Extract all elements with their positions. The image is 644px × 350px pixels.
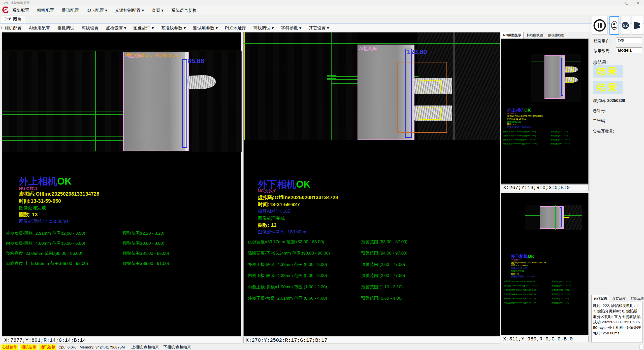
tab-settings-log[interactable]: 设置日志 — [610, 295, 627, 302]
measurement: 正极宽度=83.77mm 范围:(82.00 - 88.00) — [248, 239, 324, 245]
ng-count: NG次数:0 — [258, 188, 276, 194]
measure-line — [2, 136, 124, 137]
maximize-button[interactable]: ▢ — [621, 1, 632, 5]
toolbar-grip[interactable] — [1, 25, 2, 31]
tool-plc-address-lib[interactable]: PLC地址库 — [225, 25, 246, 31]
tab-run-log[interactable]: 运行日志 — [591, 295, 609, 302]
mini-measurement-warn: 预警范围:(2.00 - 77.00) — [552, 289, 570, 291]
measure-line — [2, 114, 124, 115]
tool-offline-settings[interactable]: 离线设置 — [81, 25, 99, 31]
process-done: 图像处理完成 — [258, 215, 285, 221]
ng-preview-upper[interactable]: 外上相机OK NG次数:1 虚拟码:Offline202502081331347… — [501, 39, 589, 184]
tool-camera-debug[interactable]: 相机调试 — [57, 25, 74, 31]
ng-preview-lower[interactable]: 外下相机OK NG次数:0 虚拟码:Offline202502081331347… — [501, 193, 589, 335]
threshold-label: 平均阈值:93, 动态阈值:100 — [126, 52, 180, 58]
logout-button[interactable] — [632, 16, 643, 35]
menu-comm-config[interactable]: 通讯配置 — [62, 8, 79, 13]
mini-result-ok: OK — [524, 108, 531, 113]
measurement-warn: 预警范围:(1.10 - 2.10) — [361, 284, 403, 290]
ai-box-label: AI检测框 — [359, 46, 377, 52]
mini-process-elapsed: 图像处理耗时: 258.00ms — [507, 126, 532, 129]
mini-measurement-warn: 预警范围:(83.00 - 87.00) — [552, 280, 571, 283]
result-text: 结果 — [597, 65, 619, 78]
measurement-warn: 预警范围:(2.20 - 3.20) — [123, 230, 164, 236]
mini-measurement: 正极宽度=83.77mm 范围:(82.00 - 88.00) — [504, 280, 535, 283]
coord-readout: X:270;Y:2502;R:17;G:17;B:17 — [246, 337, 327, 343]
log-text-area[interactable]: 耗时: 222, 缺陷检测耗时: 17, 缺陷分类耗时: 0, 缺陷提取分区耗时… — [591, 302, 643, 342]
lower-camera-coord-bar: X:270;Y:2502;R:17;G:17;B:17 — [243, 337, 500, 343]
process-elapsed: 图像处理耗时: 183.00ms — [258, 229, 307, 235]
tool-test-item-params[interactable]: 测试项参数 ▾ — [193, 25, 218, 31]
menu-bar: 系统配置 相机配置 通讯配置 IO卡配置 ▾ 光源控制配置 ▾ 查看 ▾ 系统语… — [0, 6, 644, 15]
status-bar: 心跳信号 相机连接 通讯连接 Cpu: 0.0% Memory: 3424.41… — [0, 344, 644, 350]
tab-data-curve[interactable]: 数据曲线图 — [546, 32, 566, 39]
tool-other-settings[interactable]: 其它设置 ▾ — [309, 25, 329, 31]
tool-ai-usage-config[interactable]: AI使用配置 — [29, 25, 50, 31]
camera-result-ok: OK — [296, 179, 310, 190]
mini-measurement-warn: 预警范围:(94.00 - 97.00) — [552, 285, 571, 287]
vcode-value: 20250208 — [607, 98, 625, 103]
upper-camera-check-status: 上相机:点检结束 — [131, 345, 159, 349]
coord-readout: X:267;Y:13;R:0;G:0;B:0 — [503, 185, 570, 191]
mini-measurement: 外侧正极-负极=2.61mm 范围:(0.60 - 4.00) — [504, 302, 536, 304]
tool-char-params[interactable]: 字符参数 ▾ — [281, 25, 301, 31]
measurement: 隔膜宽度-上=90.56mm 范围:(88.00 - 92.00) — [6, 261, 88, 266]
reference-vertical-line — [331, 32, 332, 140]
measurement-warn: 预警范围:(2.00 - 77.00) — [361, 262, 405, 267]
blue-detect-rect — [182, 59, 187, 148]
tab-count-label: 负极耳数量: — [593, 129, 614, 134]
mini-measurement: 负极宽度=83.05mm 范围:(80.00 - 86.00) — [503, 138, 535, 141]
tool-baseline-params[interactable]: 基准线参数 ▾ — [161, 25, 186, 31]
tab-line-curve[interactable]: 料线曲线图 — [525, 32, 545, 39]
pin-label: 卷针号: — [593, 108, 606, 114]
mini-measurement: 内侧负极-隔膜=4.60mm 范围:(3.00 - 6.00) — [503, 134, 536, 137]
preview-tabs: NG截图显示 料线曲线图 数据曲线图 — [501, 32, 589, 39]
measurement: 内侧正极-负极=1.90mm 范围:(1.00 - 2.20) — [248, 284, 327, 290]
electrode-sheet — [123, 52, 189, 151]
tool-spot-check-settings[interactable]: 点检设置 ▾ — [106, 25, 126, 31]
mini-measurement-warn: 预警范围:(2.20 - 3.20) — [551, 130, 568, 133]
mini-image — [531, 54, 581, 102]
current-user-button[interactable] — [609, 16, 619, 35]
model-field[interactable] — [616, 47, 642, 53]
app-window: CYS-视觉检测系统 – ▢ ✕ 系统配置 相机配置 通讯配置 IO卡配置 ▾ … — [0, 0, 644, 350]
menu-system-config[interactable]: 系统配置 — [12, 8, 29, 13]
upper-camera-view[interactable]: AI检测框 平均阈值:93, 动态阈值:100 85.88 外上相机OK NG次… — [2, 32, 241, 336]
process-elapsed: 图像处理耗时: 258.00ms — [19, 218, 69, 224]
menu-light-control-config[interactable]: 光源控制配置 ▾ — [115, 8, 144, 13]
menu-io-card-config[interactable]: IO卡配置 ▾ — [86, 8, 107, 13]
upper-camera-coord-bar: X:7677;Y:891;R:14;G:14;B:14 — [2, 337, 241, 343]
tab-ng-screenshot[interactable]: NG截图显示 — [501, 32, 524, 39]
user-group-button[interactable] — [621, 16, 630, 35]
login-user-field[interactable] — [616, 37, 642, 43]
minimize-button[interactable]: – — [610, 1, 621, 5]
mini-measurement: 外侧正极-隔膜=4.38mm 范围:(0.00 - 9.00) — [504, 289, 536, 291]
coord-readout: X:311;Y:980;R:0;G:0;B:0 — [503, 336, 573, 342]
result-box-1: 结果 — [593, 65, 623, 78]
mini-result-ok: OK — [528, 254, 534, 259]
menu-view[interactable]: 查看 ▾ — [152, 8, 164, 13]
measurement-warn: 预警范围:(2.00 - 77.00) — [361, 273, 405, 278]
tab-run-image[interactable]: 运行图像 — [1, 16, 25, 23]
blue-measure-value: 123.80 — [407, 48, 427, 56]
camera-title: 外上相机 — [19, 176, 57, 187]
log-tabs: 运行日志 设置日志 错误日志 — [591, 295, 644, 302]
lower-camera-view[interactable]: AI检测框 123.80 外下相机OK NG次数:0 虚拟码:Offline20… — [243, 32, 500, 336]
tool-offline-debug[interactable]: 离线调试 ▾ — [253, 25, 274, 31]
toolbar: 相机配置 AI使用配置 相机调试 离线设置 点检设置 ▾ 图像处理 ▾ 基准线参… — [0, 23, 644, 32]
comm-link-lamp: 通讯连接 — [39, 344, 56, 350]
tool-image-processing[interactable]: 图像处理 ▾ — [134, 25, 154, 31]
pause-button[interactable] — [592, 16, 607, 35]
menu-camera-config[interactable]: 相机配置 — [37, 8, 54, 13]
preview1-coord-bar: X:267;Y:13;R:0;G:0;B:0 — [501, 184, 589, 191]
tab-error-log[interactable]: 错误日志 — [628, 295, 644, 302]
close-button[interactable]: ✕ — [632, 1, 643, 5]
menu-language-switch[interactable]: 系统语言切换 — [171, 8, 197, 13]
tool-camera-config[interactable]: 相机配置 — [5, 25, 22, 31]
window-title: CYS-视觉检测系统 — [3, 1, 30, 5]
camera-link-lamp: 相机连接 — [20, 344, 37, 350]
baseline-green-line — [244, 43, 500, 44]
process-done: 图像处理完成 — [19, 205, 46, 211]
mini-measurement: 内侧正极-负极=1.90mm 范围:(1.00 - 2.20) — [504, 297, 536, 300]
resize-grip[interactable] — [639, 345, 643, 349]
